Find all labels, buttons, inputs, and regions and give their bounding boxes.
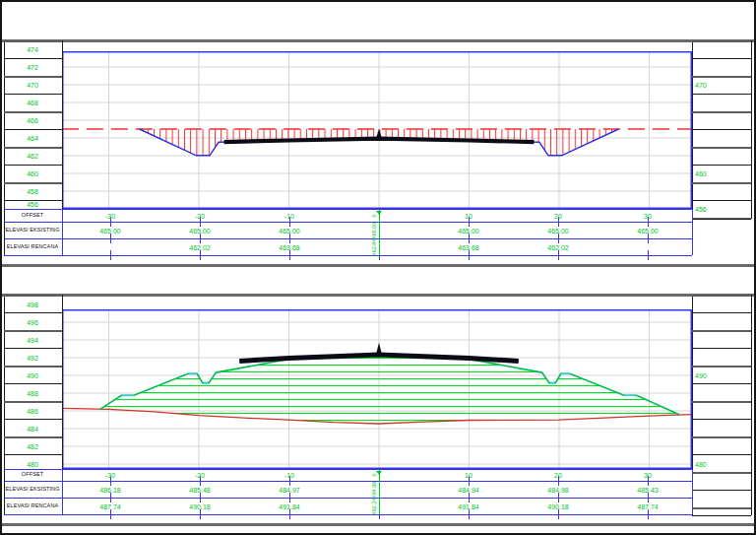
column-tick (200, 509, 201, 519)
elevation-existing-value: 465.00 (99, 227, 120, 234)
elevation-label: 460 (27, 170, 38, 177)
column-tick (648, 250, 649, 260)
ruler-tick-line (692, 348, 751, 349)
elevation-label: 470 (695, 82, 707, 89)
elevation-label: 490 (27, 372, 38, 379)
centerline-marker (379, 470, 380, 514)
column-tick (469, 509, 470, 519)
row-header: ELEVASI RENCANA (7, 503, 58, 509)
elevation-label: 456 (695, 206, 707, 213)
ruler-tick-line (4, 94, 62, 95)
row-header: ELEVASI EKSISTING (5, 228, 59, 234)
offset-value: -10 (284, 472, 294, 479)
offset-value: 30 (644, 212, 652, 219)
elevation-label: 492 (27, 355, 38, 362)
ruler-tick-line (692, 58, 751, 59)
elevation-existing-value: 484.98 (547, 486, 568, 493)
ruler-tick-line (4, 436, 62, 438)
elevation-label: 480 (695, 461, 707, 468)
elevation-label: 498 (27, 301, 38, 308)
elevation-design-value: 492.24 (372, 498, 378, 514)
elevation-label: 494 (27, 337, 38, 344)
ruler-tick-line (692, 366, 751, 368)
elevation-existing-value: 465.00 (458, 227, 478, 234)
crown-marker (376, 343, 382, 355)
ruler-tick-line (692, 454, 751, 455)
elevation-design-value: 490.18 (547, 502, 568, 509)
column-tick (469, 234, 470, 243)
ruler-tick-line (4, 366, 62, 368)
offset-value: 0 (372, 214, 378, 217)
ruler-tick-line (692, 147, 751, 149)
ruler-tick-line (4, 454, 62, 455)
elevation-design-value: 463.68 (458, 243, 478, 250)
ruler-tick-line (692, 507, 751, 509)
elevation-design-value: 491.84 (279, 502, 299, 509)
row-header: OFFSET (22, 472, 43, 478)
elevation-existing-value: 465.00 (372, 222, 378, 238)
offset-value: -20 (195, 472, 205, 479)
elevation-label: 482 (27, 443, 38, 450)
ruler-tick-line (692, 76, 751, 78)
column-tick (558, 493, 559, 502)
ruler-tick-line (692, 182, 751, 184)
elevation-label: 460 (695, 170, 707, 177)
centerline-marker (379, 210, 380, 255)
column-tick (648, 493, 649, 502)
elevation-label: 484 (27, 426, 38, 433)
elevation-label: 488 (27, 390, 38, 397)
elevation-design-value: 462.02 (547, 243, 568, 250)
ruler-tick-line (4, 40, 62, 42)
column-tick (558, 509, 559, 519)
ruler-tick-line (692, 419, 751, 420)
ruler-tick-line (4, 348, 62, 349)
table-line (4, 481, 692, 482)
ruler-tick-line (692, 165, 751, 166)
elevation-design-value: 490.18 (189, 502, 210, 509)
ruler-tick-line (4, 111, 62, 113)
offset-value: -30 (105, 212, 115, 219)
column-tick (648, 234, 649, 243)
column-tick (648, 509, 649, 519)
table-line (692, 469, 693, 514)
column-tick (110, 493, 111, 502)
ruler-tick-line (692, 401, 751, 403)
column-tick (200, 493, 201, 502)
elevation-design-value: 463.68 (279, 243, 299, 250)
elevation-label: 458 (27, 188, 38, 195)
ruler-tick-line (692, 200, 751, 201)
ruler-border (62, 295, 63, 469)
elevation-existing-value: 465.00 (637, 227, 658, 234)
table-line (62, 209, 63, 255)
elevation-existing-value: 484.56 (372, 481, 378, 498)
elevation-design-value: 491.84 (458, 502, 478, 509)
elevation-existing-value: 484.97 (279, 486, 299, 493)
ruler-tick-line (692, 94, 751, 95)
column-tick (289, 509, 290, 519)
elevation-existing-value: 465.00 (547, 227, 568, 234)
ruler-tick-line (692, 436, 751, 438)
elevation-label: 472 (27, 64, 38, 71)
table-line (4, 222, 692, 223)
fill-hatch-area (99, 356, 679, 424)
elevation-design-value: 463.84 (372, 238, 378, 255)
elevation-label: 486 (27, 408, 38, 415)
column-tick (110, 509, 111, 519)
ruler-border (751, 40, 752, 219)
elevation-existing-value: 485.48 (189, 486, 210, 493)
ruler-tick-line (4, 312, 62, 313)
ruler-tick-line (4, 330, 62, 332)
elevation-design-value: 462.02 (189, 243, 210, 250)
elevation-label: 496 (27, 319, 38, 326)
cross-section-chart-top (62, 51, 692, 209)
elevation-design-value: 487.74 (99, 502, 120, 509)
elevation-label: 464 (27, 135, 38, 142)
offset-value: 10 (465, 212, 472, 219)
table-line (4, 469, 692, 470)
elevation-label: 462 (27, 153, 38, 160)
cross-section-chart-bottom (62, 309, 692, 469)
offset-value: -20 (195, 212, 205, 219)
row-header: OFFSET (22, 213, 43, 219)
ruler-border (4, 295, 5, 469)
ruler-border (62, 40, 63, 209)
